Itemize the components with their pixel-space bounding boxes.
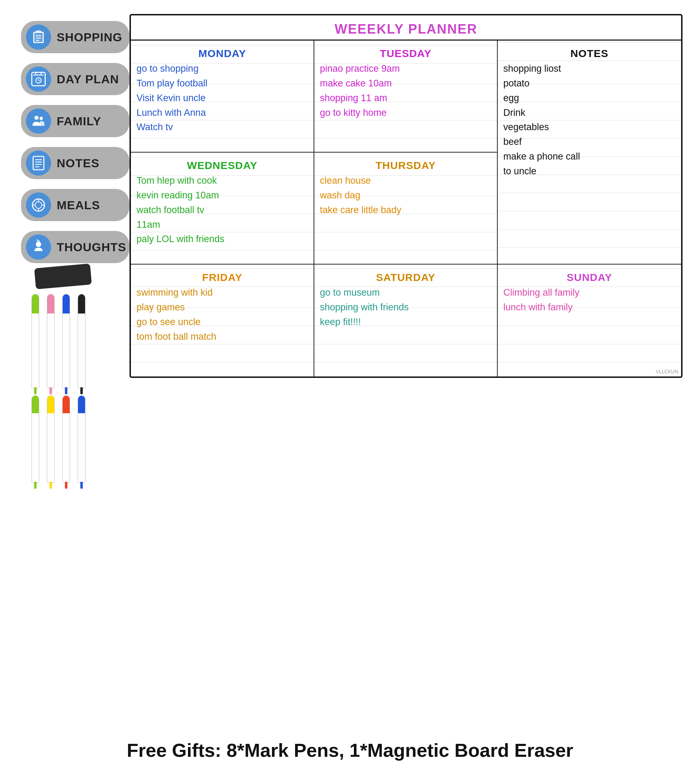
svg-point-20 (35, 201, 42, 208)
friday-item-1: swimming with kid (137, 286, 308, 300)
sidebar-item-notes-label: NOTES (57, 156, 99, 170)
sidebar-item-thoughts-label: THOUGHTS (57, 240, 127, 254)
sunday-item-2: lunch with family (503, 300, 675, 315)
wednesday-item-3: watch football tv (137, 203, 308, 218)
sidebar-item-notes[interactable]: NOTES (21, 147, 130, 179)
planner-board: WEEEKLY PLANNER MONDAY go to shopping To… (130, 14, 682, 378)
tuesday-item-1: pinao practice 9am (320, 62, 492, 76)
wednesday-item-5: paly LOL with friends (137, 232, 308, 247)
tuesday-cell: TUESDAY pinao practice 9am make cake 10a… (314, 41, 498, 153)
friday-item-2: play games (137, 300, 308, 315)
sidebar: SHOPPING DAY PLAN FAMILY NOTES MEALS THO… (21, 21, 130, 263)
tuesday-item-3: shopping 11 am (320, 91, 492, 106)
friday-cell: FRIDAY swimming with kid play games go t… (131, 264, 314, 376)
planner-title: WEEEKLY PLANNER (131, 15, 681, 41)
monday-items: go to shopping Tom play football Visit K… (137, 62, 308, 135)
brand-label: VLLCKUN (655, 369, 678, 374)
friday-item-4: tom foot ball match (137, 329, 308, 344)
wednesday-item-2: kevin reading 10am (137, 188, 308, 203)
notes-item-2: potato (503, 76, 675, 91)
sunday-item-1: Climbing all family (503, 286, 675, 300)
monday-item-1: go to shopping (137, 62, 308, 76)
sidebar-item-family[interactable]: FAMILY (21, 105, 130, 137)
thoughts-icon (26, 234, 51, 259)
thursday-item-3: take care little bady (320, 203, 492, 218)
shopping-icon (26, 25, 51, 50)
sidebar-item-day-plan[interactable]: DAY PLAN (21, 63, 130, 95)
wednesday-header: WEDNESDAY (137, 155, 308, 173)
wednesday-cell: WEDNESDAY Tom hlep with cook kevin readi… (131, 153, 314, 264)
notes-item-5: vegetables (503, 120, 675, 135)
sidebar-item-shopping[interactable]: SHOPPING (21, 21, 130, 53)
thursday-cell: THURSDAY clean house wash dag take care … (314, 153, 498, 264)
sidebar-item-family-label: FAMILY (57, 115, 102, 128)
notes-item-8: to uncle (503, 164, 675, 179)
clock-icon (26, 67, 51, 91)
monday-cell: MONDAY go to shopping Tom play football … (131, 41, 314, 153)
sidebar-item-shopping-label: SHOPPING (57, 30, 122, 44)
saturday-item-2: shopping with friends (320, 300, 492, 315)
thursday-item-2: wash dag (320, 188, 492, 203)
wednesday-items: Tom hlep with cook kevin reading 10am wa… (137, 173, 308, 247)
meals-icon (26, 193, 51, 218)
notes-items: shopping liost potato egg Drink vegetabl… (503, 62, 675, 179)
family-icon (26, 108, 51, 134)
svg-point-13 (40, 117, 43, 120)
thursday-items: clean house wash dag take care little ba… (320, 173, 492, 218)
sidebar-item-thoughts[interactable]: THOUGHTS (21, 231, 130, 263)
notes-item-7: make a phone call (503, 150, 675, 164)
sunday-cell: SUNDAY Climbing all family lunch with fa… (498, 264, 681, 376)
friday-header: FRIDAY (137, 267, 308, 286)
monday-header: MONDAY (137, 43, 308, 62)
monday-item-3: Visit Kevin uncle (137, 91, 308, 106)
tuesday-item-2: make cake 10am (320, 76, 492, 91)
notes-item-6: beef (503, 135, 675, 150)
friday-items: swimming with kid play games go to see u… (137, 286, 308, 344)
notes-header: NOTES (503, 43, 675, 62)
sidebar-item-day-plan-label: DAY PLAN (57, 72, 119, 86)
tuesday-items: pinao practice 9am make cake 10am shoppi… (320, 62, 492, 120)
notes-cell: NOTES shopping liost potato egg Drink ve… (498, 41, 681, 264)
notes-icon (26, 150, 51, 176)
bottom-text: Free Gifts: 8*Mark Pens, 1*Magnetic Boar… (0, 739, 700, 761)
monday-item-5: Watch tv (137, 120, 308, 135)
saturday-items: go to museum shopping with friends keep … (320, 286, 492, 329)
saturday-cell: SATURDAY go to museum shopping with frie… (314, 264, 498, 376)
saturday-item-1: go to museum (320, 286, 492, 300)
saturday-item-3: keep fit!!!! (320, 315, 492, 329)
svg-rect-14 (33, 156, 44, 170)
sunday-items: Climbing all family lunch with family (503, 286, 675, 315)
notes-item-4: Drink (503, 106, 675, 120)
tuesday-item-4: go to kitty home (320, 106, 492, 120)
wednesday-item-4: 11am (137, 218, 308, 232)
eraser (34, 263, 92, 289)
wednesday-item-1: Tom hlep with cook (137, 173, 308, 188)
monday-item-2: Tom play football (137, 76, 308, 91)
sidebar-item-meals-label: MEALS (57, 198, 100, 212)
notes-item-1: shopping liost (503, 62, 675, 76)
svg-line-11 (38, 80, 40, 81)
monday-item-4: Lunch with Anna (137, 106, 308, 120)
planner-grid: MONDAY go to shopping Tom play football … (131, 41, 681, 376)
sidebar-item-meals[interactable]: MEALS (21, 189, 130, 221)
thursday-item-1: clean house (320, 173, 492, 188)
friday-item-3: go to see uncle (137, 315, 308, 329)
svg-point-12 (35, 116, 39, 120)
notes-item-3: egg (503, 91, 675, 106)
sunday-header: SUNDAY (503, 267, 675, 286)
tuesday-header: TUESDAY (320, 43, 492, 62)
thursday-header: THURSDAY (320, 155, 492, 173)
saturday-header: SATURDAY (320, 267, 492, 286)
